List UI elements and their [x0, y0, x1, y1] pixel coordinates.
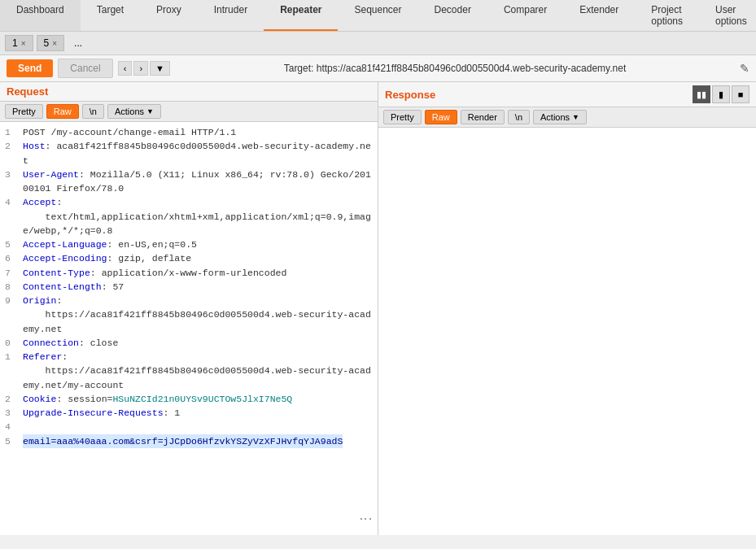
- nav-next[interactable]: ›: [133, 61, 148, 76]
- cancel-button[interactable]: Cancel: [58, 59, 112, 78]
- response-pretty-btn[interactable]: Pretty: [383, 110, 422, 124]
- code-line-9: 9 Origin: https://aca81f421ff8845b80496c…: [5, 294, 373, 336]
- response-n-btn[interactable]: \n: [508, 110, 530, 124]
- target-url: Target: https://aca81f421ff8845b80496c0d…: [175, 63, 735, 74]
- response-actions-dropdown-arrow: ▼: [572, 113, 579, 121]
- response-toolbar: Pretty Raw Render \n Actions ▼: [378, 107, 756, 128]
- code-line-1: 1 POST /my-account/change-email HTTP/1.1: [5, 125, 373, 139]
- tab-5[interactable]: 5 ×: [37, 35, 65, 51]
- code-line-2: 2 Host: aca81f421ff8845b80496c0d005500d4…: [5, 139, 373, 168]
- request-panel: Request Pretty Raw \n Actions ▼ 1 POST /…: [0, 82, 378, 535]
- tab-1-label: 1: [12, 37, 18, 49]
- code-line-7: 7 Content-Type: application/x-www-form-u…: [5, 266, 373, 280]
- request-toolbar: Pretty Raw \n Actions ▼: [0, 102, 378, 122]
- toolbar: Send Cancel ‹ › ▼ Target: https://aca81f…: [0, 55, 756, 82]
- tab-1[interactable]: 1 ×: [5, 35, 33, 51]
- code-line-10: 0 Connection: close: [5, 336, 373, 350]
- tabs-row: 1 × 5 × ...: [0, 32, 756, 55]
- code-line-13: 3 Upgrade-Insecure-Requests: 1: [5, 406, 373, 420]
- request-pretty-btn[interactable]: Pretty: [5, 104, 43, 119]
- response-panel: Response ▮▮ ▮ ■ Pretty Raw Render \n Act…: [378, 82, 756, 535]
- edit-icon[interactable]: ✎: [740, 62, 749, 75]
- nav-intruder[interactable]: Intruder: [198, 0, 264, 31]
- view-split-icon[interactable]: ▮▮: [693, 85, 710, 103]
- nav-buttons: ‹ › ▼: [118, 61, 170, 76]
- request-code-area[interactable]: 1 POST /my-account/change-email HTTP/1.1…: [0, 122, 378, 535]
- context-menu-dots[interactable]: ⋮: [355, 512, 374, 526]
- code-line-4: 4 Accept: text/html,application/xhtml+xm…: [5, 195, 373, 237]
- nav-decoder[interactable]: Decoder: [418, 0, 487, 31]
- code-line-6: 6 Accept-Encoding: gzip, deflate: [5, 251, 373, 265]
- nav-prev[interactable]: ‹: [118, 61, 133, 76]
- request-raw-btn[interactable]: Raw: [46, 104, 79, 119]
- nav-sequencer[interactable]: Sequencer: [338, 0, 417, 31]
- code-line-12: 2 Cookie: session=HSuNZCId21n0UYSv9UCTOw…: [5, 392, 373, 406]
- response-render-btn[interactable]: Render: [461, 110, 505, 124]
- nav-comparer[interactable]: Comparer: [487, 0, 563, 31]
- tab-5-close[interactable]: ×: [52, 39, 57, 48]
- response-actions-btn[interactable]: Actions ▼: [533, 110, 587, 124]
- main-split: Request Pretty Raw \n Actions ▼ 1 POST /…: [0, 82, 756, 535]
- view-horizontal-icon[interactable]: ▮: [712, 85, 730, 103]
- response-raw-btn[interactable]: Raw: [425, 110, 457, 124]
- top-nav: Dashboard Target Proxy Intruder Repeater…: [0, 0, 756, 32]
- code-line-11: 1 Referer: https://aca81f421ff8845b80496…: [5, 350, 373, 392]
- response-title: Response ▮▮ ▮ ■: [378, 82, 756, 107]
- tab-1-close[interactable]: ×: [21, 39, 26, 48]
- code-line-3: 3 User-Agent: Mozilla/5.0 (X11; Linux x8…: [5, 168, 373, 196]
- code-line-15: 5 email=aaa%40aaa.com&csrf=jJCpDo6HfzvkY…: [5, 434, 373, 448]
- request-n-btn[interactable]: \n: [82, 104, 104, 119]
- nav-target[interactable]: Target: [81, 0, 140, 31]
- request-title: Request: [0, 82, 378, 102]
- nav-user-options[interactable]: User options: [699, 0, 756, 31]
- nav-proxy[interactable]: Proxy: [140, 0, 198, 31]
- tab-more[interactable]: ...: [68, 36, 89, 50]
- send-button[interactable]: Send: [7, 59, 53, 77]
- code-line-8: 8 Content-Length: 57: [5, 280, 373, 294]
- code-line-5: 5 Accept-Language: en-US,en;q=0.5: [5, 237, 373, 251]
- nav-extender[interactable]: Extender: [563, 0, 635, 31]
- view-icons: ▮▮ ▮ ■: [693, 85, 749, 103]
- response-code-area[interactable]: [378, 128, 756, 535]
- code-line-14: 4: [5, 420, 373, 434]
- view-single-icon[interactable]: ■: [732, 85, 749, 103]
- request-actions-btn[interactable]: Actions ▼: [107, 104, 161, 119]
- tab-5-label: 5: [44, 37, 50, 49]
- nav-project-options[interactable]: Project options: [635, 0, 699, 31]
- nav-repeater[interactable]: Repeater: [264, 0, 338, 31]
- nav-down[interactable]: ▼: [150, 61, 170, 76]
- actions-dropdown-arrow: ▼: [146, 107, 154, 115]
- nav-dashboard[interactable]: Dashboard: [0, 0, 81, 31]
